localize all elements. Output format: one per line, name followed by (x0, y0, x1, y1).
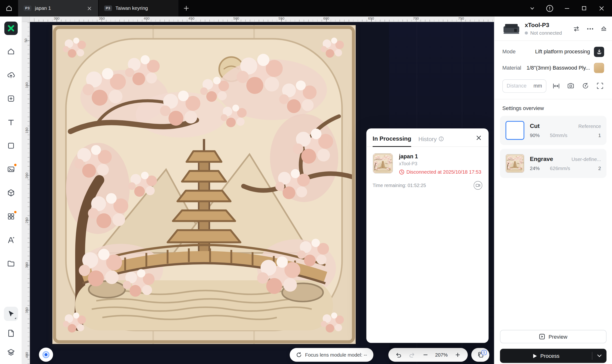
setting-count: 1 (598, 132, 601, 138)
sidebar-new-button[interactable] (4, 91, 18, 106)
setting-tag: User-define... (571, 156, 601, 162)
tab-title: japan 1 (35, 5, 82, 11)
shape-icon (6, 141, 15, 150)
setting-card-cut[interactable]: Cut Reference 90% 50mm/s 1 (500, 116, 607, 145)
shape-tool-button[interactable] (4, 139, 18, 153)
mode-button[interactable] (594, 47, 604, 57)
measure-button[interactable] (552, 81, 560, 90)
engrave-thumbnail (505, 154, 524, 173)
tab-history[interactable]: History (418, 136, 444, 147)
ruler-label: 50 (24, 39, 28, 42)
focus-lens-label: Focus lens module model: -- (305, 352, 367, 358)
focus-button[interactable] (39, 348, 53, 362)
job-thumbnail (373, 153, 393, 173)
material-label: Material (502, 65, 521, 71)
close-window-button[interactable] (594, 0, 609, 16)
image-tool-button[interactable] (4, 162, 18, 176)
ai-tools-button[interactable] (4, 233, 18, 247)
eject-icon (600, 26, 607, 32)
material-library-button[interactable] (4, 256, 18, 271)
elements-button[interactable] (4, 186, 18, 200)
camera-monitor-icon (476, 183, 480, 188)
setting-tag: Reference (578, 123, 601, 129)
notification-button[interactable] (542, 0, 557, 16)
sidebar-home-button[interactable] (4, 44, 18, 59)
submenu-indicator (14, 317, 16, 319)
alert-circle-icon (546, 5, 553, 12)
redo-button[interactable] (407, 350, 416, 359)
minimize-button[interactable] (559, 0, 574, 16)
device-name: xTool-P3 (525, 22, 562, 28)
preview-button[interactable]: Preview (500, 330, 607, 343)
ruler-label: 600 (323, 16, 329, 20)
select-tool-button[interactable] (4, 307, 18, 321)
collapse-tabs-button[interactable] (525, 0, 540, 16)
plus-icon (184, 5, 189, 11)
text-tool-icon (6, 118, 15, 127)
more-options-button[interactable] (586, 24, 594, 33)
tab-taiwan-keyring[interactable]: P3 Taiwan keyring (98, 0, 178, 16)
setting-speed: 50mm/s (550, 132, 568, 138)
setting-speed: 626mm/s (550, 166, 570, 171)
minimize-icon (564, 6, 569, 11)
processing-job-item[interactable]: japan 1 xTool-P3 Disconnected at 2025/10… (373, 153, 482, 175)
close-icon (476, 135, 482, 141)
frame-button[interactable] (596, 81, 604, 90)
close-icon (599, 6, 604, 11)
xcs-window: P3 japan 1 P3 Taiwan keyring (0, 0, 612, 364)
distance-input[interactable]: Distance mm (502, 79, 546, 92)
ruler-label: 350 (99, 16, 105, 20)
undo-button[interactable] (394, 350, 403, 359)
auto-focus-button[interactable] (581, 81, 589, 90)
tab-in-processing[interactable]: In Processing (373, 135, 411, 147)
close-dialog-button[interactable] (474, 133, 483, 142)
material-swatch[interactable] (594, 63, 604, 73)
new-tab-button[interactable] (178, 0, 194, 16)
window-controls (525, 0, 612, 16)
process-options-button[interactable] (592, 349, 607, 363)
collapse-panel-button[interactable] (599, 24, 608, 33)
job-error-text: Disconnected at 2025/10/18 17:53 (407, 169, 481, 176)
ruler-label: 150 (25, 128, 29, 133)
apps-button[interactable] (4, 209, 18, 223)
camera-button[interactable] (566, 81, 575, 90)
process-button[interactable]: Process (500, 349, 607, 363)
process-main[interactable]: Process (500, 349, 592, 363)
zoom-level[interactable]: 207% (434, 352, 449, 358)
settings-overview-title: Settings overview (494, 105, 612, 111)
time-remaining: Time remaining: 01:52:25 (373, 182, 426, 188)
close-tab-icon[interactable] (86, 5, 93, 12)
ruler-label: 250 (25, 217, 29, 223)
info-icon (439, 136, 444, 141)
switch-icon (573, 25, 580, 32)
text-tool-button[interactable] (4, 115, 18, 129)
ruler-label: 500 (233, 16, 239, 20)
sidebar-import-button[interactable] (4, 68, 18, 82)
layers-button[interactable] (4, 345, 18, 359)
setting-name: Engrave (530, 156, 553, 162)
mode-value[interactable]: Lift platform processing (535, 49, 590, 55)
job-device: xTool-P3 (399, 161, 481, 167)
focus-lens-pill[interactable]: Focus lens module model: -- (290, 348, 373, 362)
monitor-button[interactable] (474, 181, 482, 190)
tab-title: Taiwan keyring (115, 5, 173, 11)
dialog-header: In Processing History (367, 129, 489, 147)
layers-icon (6, 348, 15, 357)
home-button[interactable] (0, 0, 18, 16)
refocus-icon (582, 82, 588, 89)
xtool-logo[interactable] (4, 22, 17, 35)
duplicate-button[interactable]: 1 (471, 348, 490, 362)
setting-card-engrave[interactable]: Engrave User-define... 24% 626mm/s 2 (500, 149, 607, 178)
material-value[interactable]: 1/8"(3mm) Basswood Ply... (527, 65, 590, 71)
play-icon (532, 353, 537, 358)
ruler-label: 100 (25, 82, 29, 88)
zoom-out-button[interactable] (421, 350, 430, 359)
switch-device-button[interactable] (572, 24, 580, 33)
maximize-button[interactable] (577, 0, 591, 16)
notes-button[interactable] (4, 326, 18, 340)
tab-history-label: History (418, 136, 437, 142)
zoom-in-button[interactable] (453, 350, 462, 359)
artwork-japan-1[interactable] (52, 25, 356, 344)
ruler-label: 300 (25, 262, 29, 268)
tab-japan-1[interactable]: P3 japan 1 (18, 0, 98, 16)
